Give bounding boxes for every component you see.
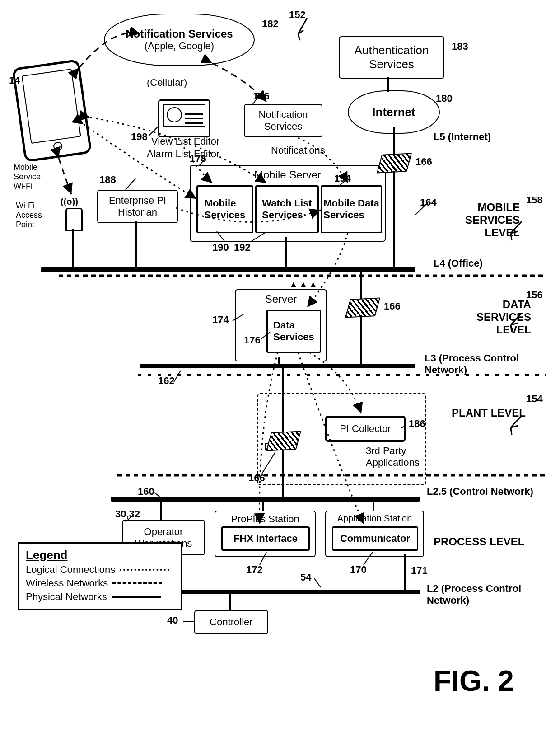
ref-164: 164 [420,197,437,208]
conn-auth-internet [387,77,389,92]
text-line [185,113,203,115]
lbl-l25: L2.5 (Control Network) [427,486,533,497]
fhx-interface-block: FHX Interface [221,526,310,551]
lbl-viewlist: View List Editor [151,136,219,147]
ref-190: 190 [212,242,229,253]
data-services-block: Data Services [266,310,321,353]
legend-dotted-line [120,569,169,571]
ref-156: 156 [526,289,543,301]
triple-arrows-icon: ▲▲▲ [289,279,318,290]
conn-proplus [262,502,264,511]
lbl-processlevel: PROCESS LEVEL [434,535,524,548]
lbl-plantlevel: PLANT LEVEL [452,407,526,419]
auth-services-box: Authentication Services [339,36,444,79]
lbl-ap: Wi-Fi Access Point [16,201,42,230]
lbl-mobilelevel: MOBILE SERVICES LEVEL [465,201,520,239]
ref-160: 160 [138,486,154,497]
notification-services-title: Notification Services [126,28,233,40]
lbl-alarmlist: Alarm List Editor [147,148,219,160]
bus-l3 [140,364,415,368]
communicator-block: Communicator [332,526,418,551]
conn-fw1-down [393,171,395,268]
conn-historian [135,221,137,268]
conn-fw3-up [282,368,284,432]
ref-198: 198 [131,131,148,143]
svg-line-4 [149,127,158,136]
firewall-icon [266,431,301,451]
legend-physical: Physical Networks [26,591,107,603]
ref-172: 172 [246,564,263,576]
watchlist-services-block: Watch List Services [255,185,319,233]
mobile-device-icon [12,59,92,163]
notification-services-cloud: Notification Services (Apple, Google) [104,14,255,66]
lbl-wifi: Mobile Service Wi-Fi [14,163,41,191]
bus-l4 [41,267,415,272]
controller-box: Controller [194,610,268,634]
conn-fw3-down [282,450,284,499]
ref-174: 174 [212,314,229,326]
conn-fw2-down [360,315,362,364]
notification-services-sub: (Apple, Google) [126,40,233,52]
lbl-datalevel: DATA SERVICES LEVEL [476,298,531,336]
ref-186: 186 [409,418,425,430]
ref-54: 54 [300,572,311,583]
lbl-l4: L4 (Office) [434,258,483,269]
ref-192: 192 [234,242,251,253]
conn-fw1-up [393,127,395,155]
legend-wireless: Wireless Networks [26,577,108,589]
pi-collector-box: PI Collector [325,416,406,442]
globe-icon [167,107,182,122]
firewall-icon [345,297,380,318]
ref-fw3: 166 [248,472,265,484]
ref-188: 188 [99,174,116,186]
bus-l2 [167,590,420,594]
ref-178: 178 [190,153,206,164]
legend-dashed-line [112,582,162,584]
legend-box: Legend Logical Connections Wireless Netw… [18,542,182,610]
mobile-data-services-block: Mobile Data Services [321,185,382,233]
conn-opws [160,502,162,521]
mobile-server-title: Mobile Server [254,169,321,181]
lbl-notifications: Notifications [271,145,325,156]
ref-182: 182 [262,18,279,30]
ref-opws: 30,32 [115,508,140,520]
appstation-title: Application Station [337,513,412,524]
lbl-l2: L2 (Process Control Network) [427,583,521,606]
ref-fw2: 166 [384,300,401,312]
conn-comm-l2 [404,554,406,591]
ref-171: 171 [411,565,428,577]
lbl-cellular: (Cellular) [147,77,187,89]
text-line [185,122,203,124]
lbl-l3: L3 (Process Control Network) [425,352,519,376]
ref-196: 196 [253,90,270,102]
ref-40: 40 [167,615,178,626]
editor-monitor-icon [158,99,210,137]
ref-170: 170 [350,564,367,576]
svg-line-3 [126,178,135,190]
ref-176: 176 [244,334,261,346]
ref-154: 154 [526,393,543,405]
figure-label: FIG. 2 [434,664,514,698]
historian-box: Enterprise PI Historian [97,190,178,223]
server-title: Server [265,293,297,305]
internal-notif-box: Notification Services [244,104,322,137]
lbl-l5: L5 (Internet) [434,131,491,143]
conn-fw2-up [360,271,362,299]
legend-title: Legend [26,548,175,562]
ref-152: 152 [289,9,306,21]
ref-180: 180 [436,93,453,104]
ref-fw1: 166 [415,156,432,168]
legend-solid-line [112,596,161,598]
bus-l25 [111,497,420,502]
text-line [185,118,203,119]
ref-162: 162 [158,375,175,387]
proplus-title: ProPlus Station [231,513,299,525]
wifi-ap-icon [65,208,83,231]
ref-158: 158 [526,194,543,206]
firewall-icon [377,153,412,173]
ref-14: 14 [9,75,20,86]
mobile-services-block: Mobile Services [196,185,253,233]
conn-mserver [285,237,287,269]
ref-194: 194 [334,173,351,184]
svg-line-19 [174,371,181,382]
